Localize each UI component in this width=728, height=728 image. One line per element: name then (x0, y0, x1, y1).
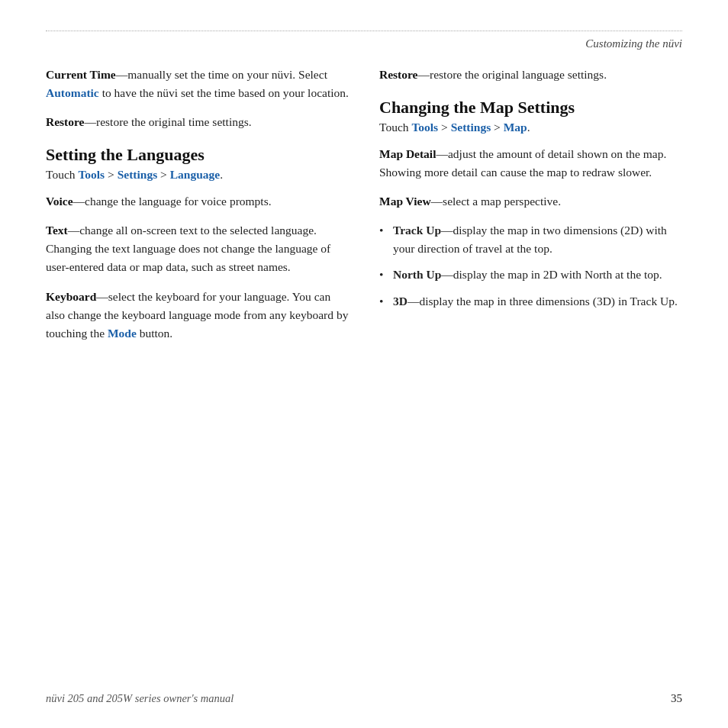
text-field-text: —change all on-screen text to the select… (46, 224, 330, 273)
map-view-para: Map View—select a map perspective. (379, 192, 682, 211)
current-time-text2: to have the nüvi set the time based on y… (99, 86, 349, 99)
bullet-3d-heading: 3D (393, 295, 407, 308)
bullet-north-up: North Up—display the map in 2D with Nort… (379, 266, 682, 284)
voice-text: —change the language for voice prompts. (73, 195, 272, 208)
bullet-north-up-heading: North Up (393, 268, 441, 281)
map-detail-heading: Map Detail (379, 147, 436, 160)
map-view-heading: Map View (379, 195, 431, 208)
map-nav-map[interactable]: Map (504, 121, 527, 134)
page-footer: nüvi 205 and 205W series owner's manual … (46, 692, 682, 705)
map-nav-suffix: . (527, 121, 530, 134)
restore-language-para: Restore—restore the original language se… (379, 66, 682, 84)
languages-nav-sep2: > (157, 168, 170, 181)
current-time-text1: —manually set the time on your nüvi. Sel… (116, 68, 327, 81)
left-column: Current Time—manually set the time on yo… (46, 66, 349, 353)
restore-time-text: —restore the original time settings. (85, 115, 252, 128)
header-title: Customizing the nüvi (585, 37, 682, 50)
bullet-3d: 3D—display the map in three dimensions (… (379, 292, 682, 311)
languages-nav-sep1: > (105, 168, 118, 181)
page: Customizing the nüvi Current Time—manual… (0, 0, 728, 728)
languages-nav-language[interactable]: Language (170, 168, 220, 181)
current-time-heading: Current Time (46, 68, 116, 81)
page-header: Customizing the nüvi (46, 37, 682, 50)
restore-language-text: —restore the original language settings. (418, 68, 607, 81)
map-nav-sep1: > (438, 121, 451, 134)
mode-link[interactable]: Mode (108, 327, 137, 340)
footer-title: nüvi 205 and 205W series owner's manual (46, 692, 234, 705)
languages-nav-prefix: Touch (46, 168, 78, 181)
map-detail-para: Map Detail—adjust the amount of detail s… (379, 145, 682, 182)
map-nav-tools[interactable]: Tools (411, 121, 438, 134)
map-nav: Touch Tools > Settings > Map. (379, 121, 682, 134)
restore-time-heading: Restore (46, 115, 85, 128)
map-nav-prefix: Touch (379, 121, 411, 134)
restore-language-heading: Restore (379, 68, 418, 81)
footer-page-number: 35 (671, 692, 682, 705)
bullet-north-up-text: —display the map in 2D with North at the… (441, 268, 662, 281)
languages-nav-suffix: . (220, 168, 223, 181)
restore-time-para: Restore—restore the original time settin… (46, 113, 349, 131)
map-view-bullets: Track Up—display the map in two dimensio… (379, 221, 682, 310)
right-column: Restore—restore the original language se… (379, 66, 682, 353)
keyboard-heading: Keyboard (46, 290, 96, 303)
map-view-text: —select a map perspective. (431, 195, 561, 208)
bullet-track-up: Track Up—display the map in two dimensio… (379, 221, 682, 258)
languages-nav: Touch Tools > Settings > Language. (46, 168, 349, 182)
header-rule (46, 31, 682, 31)
text-field-para: Text—change all on-screen text to the se… (46, 221, 349, 276)
voice-heading: Voice (46, 195, 73, 208)
content-columns: Current Time—manually set the time on yo… (46, 66, 682, 353)
text-field-heading: Text (46, 224, 68, 237)
automatic-link[interactable]: Automatic (46, 86, 99, 99)
keyboard-para: Keyboard—select the keyboard for your la… (46, 288, 349, 343)
map-nav-settings[interactable]: Settings (451, 121, 491, 134)
languages-nav-tools[interactable]: Tools (78, 168, 105, 181)
section-languages-heading: Setting the Languages (46, 145, 349, 165)
bullet-3d-text: —display the map in three dimensions (3D… (407, 295, 678, 308)
voice-para: Voice—change the language for voice prom… (46, 192, 349, 211)
bullet-track-up-heading: Track Up (393, 224, 441, 237)
current-time-para: Current Time—manually set the time on yo… (46, 66, 349, 102)
map-nav-sep2: > (491, 121, 504, 134)
languages-nav-settings[interactable]: Settings (118, 168, 158, 181)
section-map-heading: Changing the Map Settings (379, 98, 682, 118)
keyboard-text2: button. (137, 327, 172, 340)
